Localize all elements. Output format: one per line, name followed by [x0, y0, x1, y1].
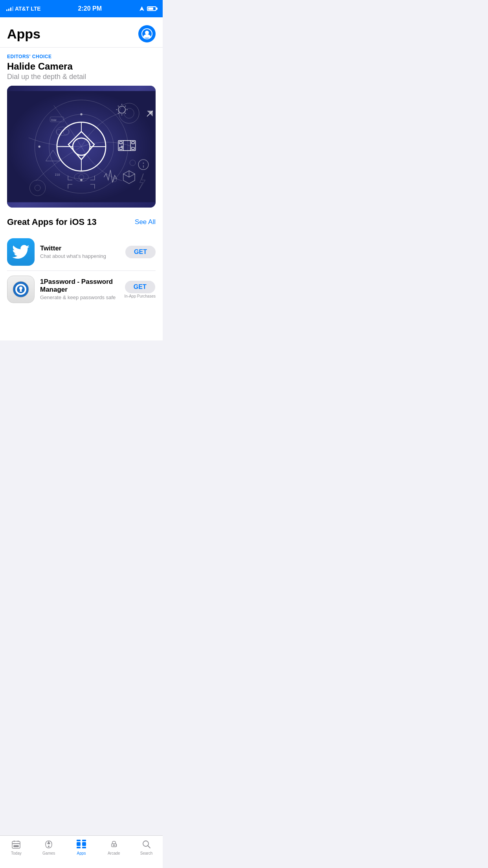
featured-section: EDITORS' CHOICE Halide Camera Dial up th… — [0, 48, 163, 208]
account-icon — [141, 28, 152, 39]
list-item: Twitter Chat about what's happening GET — [7, 234, 156, 271]
section-title: Great Apps for iOS 13 — [7, 217, 97, 227]
twitter-app-icon[interactable] — [7, 238, 35, 266]
editors-choice-badge: EDITORS' CHOICE — [7, 54, 156, 59]
app-list: Twitter Chat about what's happening GET — [0, 234, 163, 308]
1password-app-name: 1Password - Password Manager — [40, 278, 119, 294]
svg-text:RAW: RAW — [51, 118, 57, 122]
1password-icon — [12, 281, 29, 298]
great-apps-section: Great Apps for iOS 13 See All — [0, 208, 163, 227]
twitter-app-action: GET — [125, 246, 156, 258]
svg-point-27 — [38, 145, 40, 147]
carrier-info: AT&T LTE — [6, 6, 41, 12]
battery-icon — [147, 6, 156, 11]
1password-app-desc: Generate & keep passwords safe — [40, 294, 119, 301]
1password-in-app-label: In-App Purchases — [125, 294, 156, 298]
carrier-label: AT&T LTE — [15, 6, 41, 12]
twitter-app-name: Twitter — [40, 245, 120, 252]
svg-rect-65 — [20, 289, 22, 291]
svg-point-24 — [80, 113, 82, 115]
svg-rect-66 — [20, 291, 22, 292]
time-label: 2:20 PM — [78, 5, 102, 12]
svg-text:ISO: ISO — [55, 173, 60, 177]
see-all-button[interactable]: See All — [135, 218, 156, 226]
featured-decoration: ISO RAW — [7, 86, 156, 208]
section-header: Great Apps for iOS 13 See All — [7, 217, 156, 227]
twitter-bird-icon — [12, 245, 29, 259]
featured-app-tagline: Dial up the depth & detail — [7, 73, 156, 81]
status-bar: AT&T LTE 2:20 PM — [0, 0, 163, 17]
location-icon — [139, 6, 145, 11]
svg-point-2 — [145, 31, 149, 35]
main-content: Apps EDITORS' CHOICE Halide Camera Dial … — [0, 17, 163, 340]
1password-app-icon[interactable] — [7, 276, 35, 303]
svg-point-26 — [80, 179, 82, 181]
twitter-app-info: Twitter Chat about what's happening — [40, 245, 120, 260]
status-indicators — [139, 6, 156, 11]
account-button[interactable] — [138, 25, 156, 42]
1password-get-button[interactable]: GET — [125, 281, 155, 293]
featured-app-name: Halide Camera — [7, 61, 156, 72]
list-item: 1Password - Password Manager Generate & … — [7, 271, 156, 308]
twitter-app-desc: Chat about what's happening — [40, 253, 120, 260]
svg-marker-0 — [139, 6, 144, 11]
page-title: Apps — [7, 26, 40, 42]
twitter-get-button[interactable]: GET — [125, 246, 156, 258]
signal-icon — [6, 6, 13, 11]
1password-app-info: 1Password - Password Manager Generate & … — [40, 278, 119, 301]
1password-app-action: GET In-App Purchases — [125, 281, 156, 298]
featured-app-image[interactable]: ISO RAW — [7, 86, 156, 208]
svg-point-45 — [143, 163, 144, 164]
page-header: Apps — [0, 17, 163, 48]
